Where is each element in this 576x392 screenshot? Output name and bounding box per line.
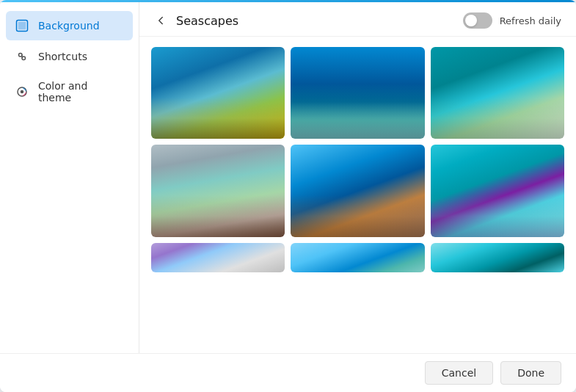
- svg-point-6: [21, 90, 24, 94]
- header-right: Refresh daily: [463, 12, 561, 29]
- gallery-item[interactable]: [151, 145, 285, 236]
- gallery-item-partial[interactable]: [291, 243, 424, 272]
- sidebar-background-label: Background: [38, 20, 100, 32]
- sidebar-shortcuts-label: Shortcuts: [38, 51, 87, 62]
- background-icon: [15, 18, 29, 33]
- sidebar-item-color-theme[interactable]: Color and theme: [6, 73, 133, 111]
- svg-rect-1: [18, 22, 26, 30]
- refresh-daily-toggle[interactable]: [463, 12, 492, 29]
- done-button[interactable]: Done: [500, 361, 561, 385]
- header-left: Seascapes: [151, 11, 238, 30]
- sidebar-item-background[interactable]: Background: [6, 11, 133, 40]
- new-tab-settings-dialog: Background Shortcuts: [0, 0, 576, 392]
- color-theme-icon: [15, 84, 29, 99]
- gallery-item[interactable]: [431, 47, 564, 139]
- gallery-item[interactable]: [291, 47, 424, 139]
- main-content: Seascapes Refresh daily: [139, 2, 576, 353]
- gallery-item[interactable]: [151, 47, 285, 139]
- gallery-item-partial[interactable]: [151, 243, 285, 272]
- header: Seascapes Refresh daily: [139, 2, 576, 37]
- gallery-item[interactable]: [291, 145, 424, 236]
- gallery-item[interactable]: [431, 145, 564, 236]
- back-button[interactable]: [151, 11, 170, 30]
- dialog-inner: Background Shortcuts: [0, 2, 576, 353]
- footer: Cancel Done: [0, 353, 576, 392]
- cancel-button[interactable]: Cancel: [425, 361, 493, 385]
- svg-point-3: [22, 57, 26, 60]
- shortcuts-icon: [15, 49, 29, 64]
- page-title: Seascapes: [176, 14, 238, 28]
- sidebar-color-theme-label: Color and theme: [38, 80, 124, 104]
- sidebar-item-shortcuts[interactable]: Shortcuts: [6, 42, 133, 71]
- svg-point-2: [19, 54, 23, 57]
- refresh-daily-label: Refresh daily: [500, 15, 561, 26]
- gallery-grid: [151, 47, 564, 272]
- gallery-item-partial[interactable]: [431, 243, 564, 272]
- sidebar: Background Shortcuts: [0, 2, 139, 353]
- gallery-wrapper: [139, 37, 576, 353]
